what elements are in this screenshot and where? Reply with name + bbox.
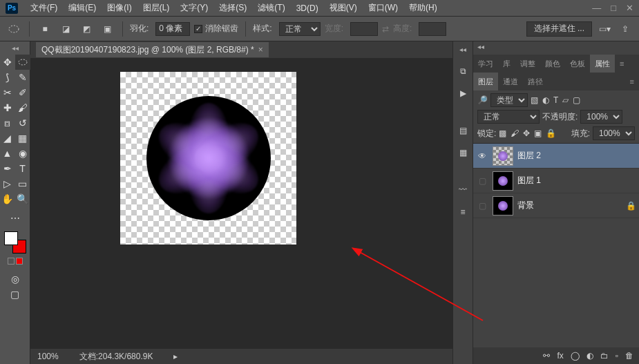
gradient-tool[interactable]: ▦ <box>15 131 30 146</box>
layer-row[interactable]: 👁 图层 2 <box>473 144 639 169</box>
document-tab[interactable]: QQ截图20190407190823.jpg @ 100% (图层 2, RGB… <box>36 42 269 57</box>
character-panel-icon[interactable]: ▤ <box>456 124 470 137</box>
zoom-tool[interactable]: 🔍 <box>15 191 30 207</box>
lasso-tool[interactable]: ⟆ <box>0 70 15 85</box>
crop-tool[interactable]: ✂ <box>0 85 15 100</box>
filter-adjust-icon[interactable]: ◐ <box>542 95 549 105</box>
blend-mode-select[interactable]: 正常 <box>477 110 540 124</box>
menu-select[interactable]: 选择(S) <box>213 2 252 14</box>
menu-filter[interactable]: 滤镜(T) <box>252 2 290 14</box>
tab-channels[interactable]: 通道 <box>498 73 523 90</box>
dodge-tool[interactable]: ◉ <box>15 146 30 161</box>
move-tool[interactable]: ✥ <box>0 55 15 70</box>
maximize-icon[interactable]: □ <box>611 3 616 13</box>
quick-mask-icon[interactable] <box>8 258 15 265</box>
eraser-tool[interactable]: ◢ <box>0 131 15 146</box>
screen-mode-icon[interactable] <box>16 258 23 265</box>
new-group-icon[interactable]: 🗀 <box>600 351 609 361</box>
quick-select-tool[interactable]: ✎ <box>15 70 30 85</box>
new-adjustment-icon[interactable]: ◐ <box>586 351 593 361</box>
path-select-tool[interactable]: ▷ <box>0 176 15 191</box>
zoom-display[interactable]: 100% <box>37 352 59 361</box>
visibility-toggle[interactable]: ▢ <box>476 201 488 211</box>
tab-swatches[interactable]: 色板 <box>565 55 590 73</box>
type-tool[interactable]: T <box>15 161 30 176</box>
share-icon[interactable]: ⇪ <box>617 21 633 37</box>
layer-name[interactable]: 图层 2 <box>517 150 636 162</box>
layers-panel-menu-icon[interactable]: ≡ <box>625 73 639 90</box>
filter-smart-icon[interactable]: ▢ <box>573 95 580 105</box>
shape-tool[interactable]: ▭ <box>15 176 30 191</box>
tab-layers[interactable]: 图层 <box>473 73 498 90</box>
filter-type-icon[interactable]: T <box>553 95 558 105</box>
fill-input[interactable]: 100% <box>593 126 635 140</box>
link-layers-icon[interactable]: ⚯ <box>543 351 550 361</box>
brush-tool[interactable]: 🖌 <box>15 100 30 115</box>
delete-layer-icon[interactable]: 🗑 <box>625 351 633 361</box>
color-swatch[interactable] <box>4 231 26 253</box>
filter-pixel-icon[interactable]: ▧ <box>531 95 538 105</box>
tab-libraries[interactable]: 库 <box>498 55 515 73</box>
lock-transparent-icon[interactable]: ▩ <box>499 128 506 138</box>
status-menu-icon[interactable]: ▸ <box>173 352 178 361</box>
layer-thumbnail[interactable] <box>493 146 513 166</box>
pen-tool[interactable]: ✒ <box>0 161 15 176</box>
menu-view[interactable]: 视图(V) <box>324 2 363 14</box>
brush-settings-panel-icon[interactable]: ≡ <box>456 205 470 219</box>
menu-help[interactable]: 帮助(H) <box>403 2 443 14</box>
toolbox-expand-icon[interactable]: ◂◂ <box>12 44 19 52</box>
filter-shape-icon[interactable]: ▱ <box>562 95 569 105</box>
layer-name[interactable]: 图层 1 <box>517 175 636 186</box>
dock-expand-icon[interactable]: ◂◂ <box>459 46 466 53</box>
minimize-icon[interactable]: ― <box>592 3 601 13</box>
quick-mask-toggle[interactable]: ◎ <box>8 271 23 287</box>
menu-type[interactable]: 文字(Y) <box>175 2 213 14</box>
style-select[interactable]: 正常 <box>279 22 321 36</box>
actions-panel-icon[interactable]: ▶ <box>456 86 470 100</box>
tab-close-icon[interactable]: × <box>258 45 263 55</box>
menu-edit[interactable]: 编辑(E) <box>63 2 102 14</box>
close-icon[interactable]: ✕ <box>626 3 633 13</box>
layer-row[interactable]: ▢ 图层 1 <box>473 169 639 193</box>
layer-thumbnail[interactable] <box>493 171 513 191</box>
add-mask-icon[interactable]: ◯ <box>571 351 580 361</box>
feather-input[interactable] <box>155 22 190 36</box>
panels-collapse-icon[interactable]: ◂◂ <box>473 41 488 52</box>
visibility-toggle[interactable]: 👁 <box>476 151 488 161</box>
filter-icon[interactable]: 🔎 <box>477 95 488 105</box>
foreground-color[interactable] <box>4 231 18 245</box>
lock-artboard-icon[interactable]: ▣ <box>534 128 542 138</box>
screen-mode-toggle[interactable]: ▢ <box>8 287 23 302</box>
antialias-checkbox[interactable]: 消除锯齿 <box>194 23 238 35</box>
stamp-tool[interactable]: ⧈ <box>0 115 15 131</box>
tab-adjustments[interactable]: 调整 <box>515 55 540 73</box>
doc-info[interactable]: 文档:204.3K/680.9K <box>79 351 153 363</box>
lock-pixels-icon[interactable]: 🖌 <box>511 128 519 138</box>
lock-all-icon[interactable]: 🔒 <box>546 128 556 138</box>
edit-toolbar-icon[interactable]: ⋯ <box>8 211 23 226</box>
opacity-input[interactable]: 100% <box>580 110 622 124</box>
history-panel-icon[interactable]: ⧉ <box>456 64 470 78</box>
layer-filter-select[interactable]: 类型 <box>490 93 528 107</box>
menu-file[interactable]: 文件(F) <box>25 2 63 14</box>
tab-properties[interactable]: 属性 <box>590 55 615 73</box>
paragraph-panel-icon[interactable]: ▦ <box>456 146 470 160</box>
menu-layer[interactable]: 图层(L) <box>137 2 175 14</box>
layer-thumbnail[interactable] <box>493 196 513 215</box>
menu-3d[interactable]: 3D(D) <box>291 3 324 13</box>
menu-window[interactable]: 窗口(W) <box>363 2 403 14</box>
marquee-tool[interactable] <box>15 55 30 70</box>
selection-add-icon[interactable]: ◪ <box>57 21 74 37</box>
tab-color[interactable]: 颜色 <box>540 55 565 73</box>
selection-new-icon[interactable]: ■ <box>37 21 53 37</box>
new-layer-icon[interactable]: ▫ <box>616 351 618 361</box>
workspace-icon[interactable]: ▭▾ <box>596 21 613 37</box>
menu-image[interactable]: 图像(I) <box>102 2 137 14</box>
tab-learn[interactable]: 学习 <box>473 55 498 73</box>
hand-tool[interactable]: ✋ <box>0 191 15 207</box>
selection-intersect-icon[interactable]: ▣ <box>99 21 115 37</box>
eyedropper-tool[interactable]: ✐ <box>15 85 30 100</box>
canvas-viewport[interactable] <box>30 58 452 349</box>
panel-menu-icon[interactable]: ≡ <box>615 55 629 73</box>
blur-tool[interactable]: ▲ <box>0 146 15 161</box>
